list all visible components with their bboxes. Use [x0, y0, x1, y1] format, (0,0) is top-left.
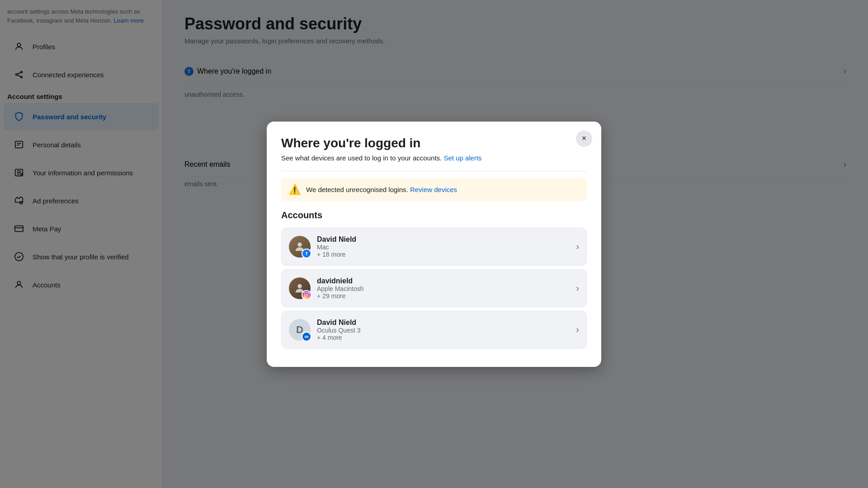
svg-point-22: [306, 294, 307, 296]
warning-text: We detected unrecognised logins. Review …: [306, 186, 457, 193]
modal-subtitle-text: See what devices are used to log in to y…: [281, 154, 442, 162]
avatar-wrapper-3: D ∞: [289, 319, 311, 341]
account-device-3: Oculus Quest 3: [317, 327, 361, 334]
review-devices-link[interactable]: Review devices: [410, 186, 457, 193]
account-chevron-3: ›: [576, 324, 579, 335]
modal-subtitle: See what devices are used to log in to y…: [281, 154, 587, 162]
account-card-david-meta[interactable]: D ∞ David Nield Oculus Quest 3 + 4 more …: [281, 311, 587, 349]
set-up-alerts-link[interactable]: Set up alerts: [443, 154, 481, 162]
account-chevron-2: ›: [576, 283, 579, 293]
modal-where-logged-in: × Where you're logged in See what device…: [267, 122, 601, 367]
modal-close-button[interactable]: ×: [576, 131, 592, 147]
meta-m-letter: ∞: [304, 333, 308, 340]
svg-point-19: [297, 242, 302, 246]
svg-point-20: [297, 284, 302, 288]
avatar-wrapper-2: [289, 277, 311, 299]
account-device-1: Mac: [317, 244, 356, 251]
account-device-2: Apple Macintosh: [317, 285, 364, 292]
instagram-badge-2: [302, 290, 311, 300]
account-more-1: + 18 more: [317, 251, 356, 258]
account-more-3: + 4 more: [317, 334, 361, 341]
account-card-davidnield-instagram[interactable]: davidnield Apple Macintosh + 29 more ›: [281, 269, 587, 307]
account-more-2: + 29 more: [317, 292, 364, 300]
avatar-wrapper-1: f: [289, 236, 311, 258]
account-name-2: davidnield: [317, 277, 364, 285]
modal-divider: [281, 171, 587, 171]
account-card-david-facebook[interactable]: f David Nield Mac + 18 more ›: [281, 228, 587, 266]
facebook-badge-1: f: [302, 249, 311, 258]
warning-banner: ⚠️ We detected unrecognised logins. Revi…: [281, 178, 587, 201]
account-name-1: David Nield: [317, 235, 356, 244]
warning-triangle-icon: ⚠️: [288, 184, 301, 196]
modal-title: Where you're logged in: [281, 136, 587, 150]
account-name-3: David Nield: [317, 319, 361, 327]
account-chevron-1: ›: [576, 241, 579, 252]
accounts-section-title: Accounts: [281, 210, 587, 221]
meta-badge-3: ∞: [302, 332, 311, 342]
modal-backdrop: × Where you're logged in See what device…: [0, 0, 868, 488]
svg-point-23: [307, 293, 308, 294]
